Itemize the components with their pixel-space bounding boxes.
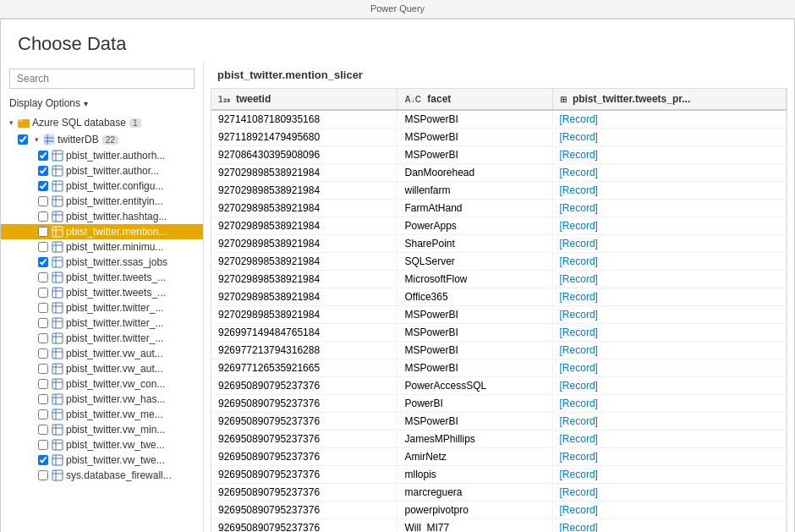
record-link[interactable]: [Record] [560, 380, 598, 392]
list-item[interactable]: pbist_twitter.vw_min... [1, 422, 203, 437]
record-link[interactable]: [Record] [560, 326, 598, 338]
tree-group-azure-sql[interactable]: ▾ Azure SQL database 1 [1, 114, 203, 131]
list-item[interactable]: pbist_twitter.vw_aut... [1, 346, 203, 361]
cell-record[interactable]: [Record] [552, 377, 786, 395]
cell-record[interactable]: [Record] [552, 200, 786, 217]
item-checkbox[interactable] [38, 227, 48, 237]
item-checkbox[interactable] [38, 196, 48, 206]
cell-record[interactable]: [Record] [552, 306, 786, 324]
record-link[interactable]: [Record] [560, 113, 598, 125]
record-link[interactable]: [Record] [560, 469, 598, 480]
cell-record[interactable]: [Record] [552, 164, 786, 182]
cell-record[interactable]: [Record] [552, 288, 786, 306]
cell-record[interactable]: [Record] [552, 271, 786, 288]
cell-record[interactable]: [Record] [552, 395, 786, 413]
list-item[interactable]: pbist_twitter.minimu... [1, 239, 203, 255]
list-item[interactable]: pbist_twitter.authorh... [1, 148, 203, 163]
item-checkbox[interactable] [38, 348, 48, 359]
cell-record[interactable]: [Record] [552, 235, 786, 253]
search-input[interactable] [9, 69, 195, 89]
cell-record[interactable]: [Record] [552, 129, 786, 146]
tree-container[interactable]: ▾ Azure SQL database 1 ▾ [1, 114, 203, 532]
cell-record[interactable]: [Record] [552, 342, 786, 359]
record-link[interactable]: [Record] [560, 344, 598, 356]
item-checkbox[interactable] [38, 379, 48, 389]
tree-group-twitterdb[interactable]: ▾ twitterDB 22 [1, 131, 203, 148]
item-checkbox[interactable] [38, 211, 48, 222]
record-link[interactable]: [Record] [560, 309, 598, 321]
item-checkbox[interactable] [38, 166, 48, 176]
item-checkbox[interactable] [38, 303, 48, 313]
cell-record[interactable]: [Record] [552, 466, 786, 484]
record-link[interactable]: [Record] [560, 504, 598, 516]
cell-record[interactable]: [Record] [552, 110, 786, 129]
list-item[interactable]: pbist_twitter.twitter_... [1, 315, 203, 331]
cell-record[interactable]: [Record] [552, 324, 786, 342]
twitterdb-checkbox[interactable] [18, 134, 28, 145]
record-link[interactable]: [Record] [560, 202, 598, 214]
record-link[interactable]: [Record] [560, 291, 598, 303]
record-link[interactable]: [Record] [560, 220, 598, 232]
cell-record[interactable]: [Record] [552, 182, 786, 200]
record-link[interactable]: [Record] [560, 184, 598, 196]
list-item[interactable]: pbist_twitter.vw_twe... [1, 452, 203, 468]
record-link[interactable]: [Record] [560, 486, 598, 498]
list-item-selected[interactable]: pbist_twitter.mention... [1, 224, 203, 239]
cell-record[interactable]: [Record] [552, 253, 786, 271]
list-item[interactable]: pbist_twitter.hashtag... [1, 209, 203, 224]
record-link[interactable]: [Record] [560, 398, 598, 409]
list-item[interactable]: sys.database_firewall... [1, 468, 203, 483]
record-link[interactable]: [Record] [560, 433, 598, 445]
record-link[interactable]: [Record] [560, 167, 598, 178]
list-item[interactable]: pbist_twitter.entityin... [1, 194, 203, 209]
item-checkbox[interactable] [38, 151, 48, 161]
list-item[interactable]: pbist_twitter.twitter_... [1, 300, 203, 315]
record-link[interactable]: [Record] [560, 273, 598, 285]
cell-record[interactable]: [Record] [552, 431, 786, 448]
item-checkbox[interactable] [38, 318, 48, 328]
list-item[interactable]: pbist_twitter.configu... [1, 178, 203, 194]
item-checkbox[interactable] [38, 364, 48, 374]
cell-record[interactable]: [Record] [552, 413, 786, 431]
item-checkbox[interactable] [38, 181, 48, 191]
list-item[interactable]: pbist_twitter.ssas_jobs [1, 255, 203, 270]
list-item[interactable]: pbist_twitter.vw_con... [1, 376, 203, 392]
record-link[interactable]: [Record] [560, 149, 598, 161]
list-item[interactable]: pbist_twitter.tweets_... [1, 270, 203, 285]
list-item[interactable]: pbist_twitter.vw_has... [1, 392, 203, 407]
item-checkbox[interactable] [38, 272, 48, 282]
record-link[interactable]: [Record] [560, 522, 598, 532]
item-checkbox[interactable] [38, 333, 48, 343]
list-item[interactable]: pbist_twitter.tweets_... [1, 285, 203, 300]
item-checkbox[interactable] [38, 394, 48, 404]
item-checkbox[interactable] [38, 409, 48, 420]
record-link[interactable]: [Record] [560, 255, 598, 267]
data-table-container[interactable]: 1₂₃ tweetid A↓C facet ⊞ pbist_twitter.tw… [211, 88, 787, 532]
record-link[interactable]: [Record] [560, 451, 598, 463]
cell-record[interactable]: [Record] [552, 146, 786, 164]
item-checkbox[interactable] [38, 242, 48, 252]
item-checkbox[interactable] [38, 470, 48, 480]
item-checkbox[interactable] [38, 440, 48, 450]
display-options-button[interactable]: Display Options ▾ [1, 94, 203, 114]
list-item[interactable]: pbist_twitter.twitter_... [1, 331, 203, 346]
list-item[interactable]: pbist_twitter.author... [1, 163, 203, 178]
cell-record[interactable]: [Record] [552, 448, 786, 466]
record-link[interactable]: [Record] [560, 238, 598, 250]
record-link[interactable]: [Record] [560, 415, 598, 427]
cell-record[interactable]: [Record] [552, 217, 786, 235]
item-checkbox[interactable] [38, 455, 48, 465]
list-item[interactable]: pbist_twitter.vw_me... [1, 407, 203, 422]
cell-record[interactable]: [Record] [552, 359, 786, 377]
item-checkbox[interactable] [38, 288, 48, 298]
item-checkbox[interactable] [38, 425, 48, 435]
list-item[interactable]: pbist_twitter.vw_twe... [1, 437, 203, 452]
item-checkbox[interactable] [38, 257, 48, 267]
cell-record[interactable]: [Record] [552, 502, 786, 519]
cell-record[interactable]: [Record] [552, 519, 786, 533]
list-item[interactable]: pbist_twitter.vw_aut... [1, 361, 203, 376]
record-link[interactable]: [Record] [560, 131, 598, 143]
cell-record[interactable]: [Record] [552, 484, 786, 502]
cell-tweetid: 927029898538921984 [211, 164, 398, 182]
record-link[interactable]: [Record] [560, 362, 598, 374]
